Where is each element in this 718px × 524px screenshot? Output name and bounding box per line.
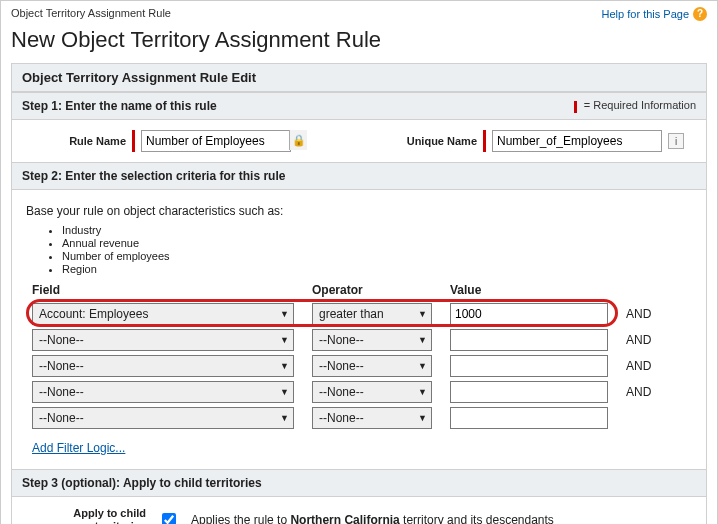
required-bar-icon bbox=[574, 101, 577, 113]
help-icon: ? bbox=[693, 7, 707, 21]
step3-heading: Step 3 (optional): Apply to child territ… bbox=[22, 476, 262, 490]
rule-name-label: Rule Name bbox=[26, 135, 126, 147]
join-label: AND bbox=[626, 333, 666, 347]
apply-text-suffix: territory and its descendants bbox=[400, 513, 554, 524]
field-select[interactable]: --None-- ▼ bbox=[32, 381, 294, 403]
chevron-down-icon: ▼ bbox=[280, 387, 289, 397]
criteria-row: --None-- ▼ --None-- ▼ AND bbox=[26, 353, 692, 379]
select-value: --None-- bbox=[39, 359, 84, 373]
value-input[interactable] bbox=[450, 329, 608, 351]
step2-heading: Step 2: Enter the selection criteria for… bbox=[22, 169, 285, 183]
rule-name-input[interactable] bbox=[141, 130, 291, 152]
chevron-down-icon: ▼ bbox=[280, 413, 289, 423]
unique-name-input[interactable] bbox=[492, 130, 662, 152]
chevron-down-icon: ▼ bbox=[418, 413, 427, 423]
apply-to-child-label: Apply to child territories bbox=[26, 507, 146, 524]
breadcrumb: Object Territory Assignment Rule bbox=[11, 7, 171, 19]
operator-select[interactable]: --None-- ▼ bbox=[312, 381, 432, 403]
col-header-field: Field bbox=[32, 283, 294, 297]
value-input[interactable] bbox=[450, 407, 608, 429]
operator-select[interactable]: --None-- ▼ bbox=[312, 355, 432, 377]
criteria-row: --None-- ▼ --None-- ▼ AND bbox=[26, 327, 692, 353]
step1-heading: Step 1: Enter the name of this rule bbox=[22, 99, 217, 113]
chevron-down-icon: ▼ bbox=[280, 361, 289, 371]
col-header-value: Value bbox=[450, 283, 608, 297]
operator-select[interactable]: greater than ▼ bbox=[312, 303, 432, 325]
chevron-down-icon: ▼ bbox=[280, 335, 289, 345]
field-select[interactable]: --None-- ▼ bbox=[32, 407, 294, 429]
chevron-down-icon: ▼ bbox=[418, 361, 427, 371]
select-value: greater than bbox=[319, 307, 384, 321]
step2-intro: Base your rule on object characteristics… bbox=[26, 204, 692, 218]
field-select[interactable]: --None-- ▼ bbox=[32, 329, 294, 351]
select-value: Account: Employees bbox=[39, 307, 148, 321]
select-value: --None-- bbox=[319, 385, 364, 399]
field-select[interactable]: --None-- ▼ bbox=[32, 355, 294, 377]
select-value: --None-- bbox=[319, 411, 364, 425]
apply-to-child-text: Applies the rule to Northern California … bbox=[191, 513, 554, 524]
list-item: Number of employees bbox=[62, 250, 692, 262]
select-value: --None-- bbox=[319, 333, 364, 347]
value-input[interactable] bbox=[450, 381, 608, 403]
criteria-row: --None-- ▼ --None-- ▼ bbox=[26, 405, 692, 431]
apply-text-prefix: Applies the rule to bbox=[191, 513, 290, 524]
select-value: --None-- bbox=[39, 333, 84, 347]
help-text: Help for this Page bbox=[602, 8, 689, 20]
info-icon[interactable]: i bbox=[668, 133, 684, 149]
field-select[interactable]: Account: Employees ▼ bbox=[32, 303, 294, 325]
list-item: Region bbox=[62, 263, 692, 275]
list-item: Industry bbox=[62, 224, 692, 236]
chevron-down-icon: ▼ bbox=[418, 387, 427, 397]
lock-icon: 🔒 bbox=[289, 130, 307, 150]
unique-name-label: Unique Name bbox=[377, 135, 477, 147]
value-input[interactable] bbox=[450, 303, 608, 325]
join-label: AND bbox=[626, 359, 666, 373]
operator-select[interactable]: --None-- ▼ bbox=[312, 329, 432, 351]
apply-to-child-checkbox[interactable] bbox=[162, 513, 176, 524]
list-item: Annual revenue bbox=[62, 237, 692, 249]
panel-title: Object Territory Assignment Rule Edit bbox=[12, 64, 706, 92]
chevron-down-icon: ▼ bbox=[418, 335, 427, 345]
criteria-row: --None-- ▼ --None-- ▼ AND bbox=[26, 379, 692, 405]
operator-select[interactable]: --None-- ▼ bbox=[312, 407, 432, 429]
required-bar-icon bbox=[483, 130, 486, 152]
value-input[interactable] bbox=[450, 355, 608, 377]
characteristics-list: Industry Annual revenue Number of employ… bbox=[62, 224, 692, 275]
territory-name: Northern California bbox=[290, 513, 399, 524]
page-title: New Object Territory Assignment Rule bbox=[1, 27, 717, 63]
criteria-row: Account: Employees ▼ greater than ▼ AND bbox=[26, 301, 692, 327]
col-header-operator: Operator bbox=[312, 283, 432, 297]
join-label: AND bbox=[626, 385, 666, 399]
join-label: AND bbox=[626, 307, 666, 321]
chevron-down-icon: ▼ bbox=[418, 309, 427, 319]
chevron-down-icon: ▼ bbox=[280, 309, 289, 319]
select-value: --None-- bbox=[39, 385, 84, 399]
help-link[interactable]: Help for this Page ? bbox=[602, 7, 707, 21]
select-value: --None-- bbox=[39, 411, 84, 425]
required-info: = Required Information bbox=[574, 99, 696, 112]
required-info-text: = Required Information bbox=[584, 99, 696, 111]
required-bar-icon bbox=[132, 130, 135, 152]
select-value: --None-- bbox=[319, 359, 364, 373]
add-filter-logic-link[interactable]: Add Filter Logic... bbox=[32, 441, 125, 455]
